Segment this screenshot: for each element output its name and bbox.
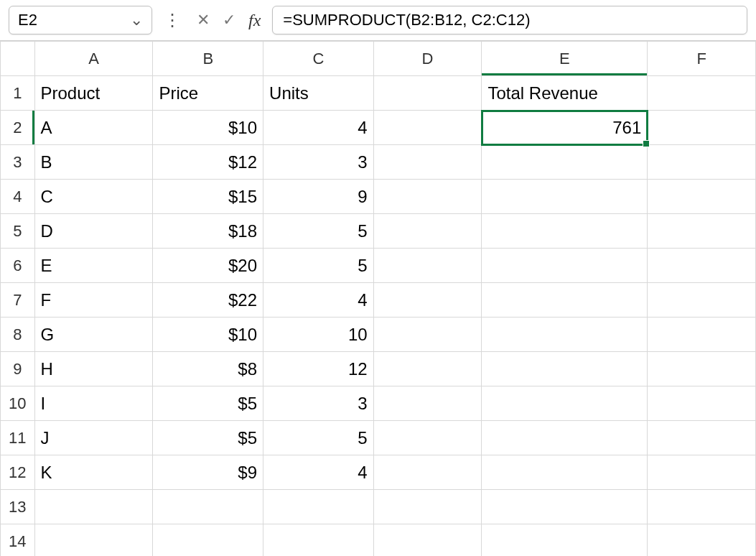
cell-F9[interactable]	[648, 352, 756, 386]
cell-A9[interactable]: H	[34, 352, 153, 386]
spreadsheet-grid[interactable]: A B C D E F 1ProductPriceUnitsTotal Reve…	[0, 41, 756, 556]
cell-D11[interactable]	[373, 421, 482, 455]
cell-B14[interactable]	[153, 524, 263, 557]
row-header-8[interactable]: 8	[1, 318, 35, 352]
cell-D13[interactable]	[373, 490, 482, 524]
cell-F4[interactable]	[648, 180, 756, 214]
cell-B12[interactable]: $9	[153, 455, 263, 490]
col-header-A[interactable]: A	[34, 42, 153, 76]
cell-F14[interactable]	[648, 524, 756, 557]
cell-C10[interactable]: 3	[263, 386, 374, 421]
cell-B9[interactable]: $8	[153, 352, 263, 386]
cell-B10[interactable]: $5	[153, 386, 263, 421]
cell-F12[interactable]	[648, 455, 756, 490]
cell-C2[interactable]: 4	[263, 111, 374, 145]
cell-A11[interactable]: J	[34, 421, 153, 455]
cell-C13[interactable]	[263, 490, 374, 524]
row-header-10[interactable]: 10	[1, 386, 35, 421]
cell-B2[interactable]: $10	[153, 111, 263, 145]
cell-F7[interactable]	[648, 283, 756, 318]
name-box[interactable]: E2 ⌄	[9, 6, 152, 34]
cell-A6[interactable]: E	[34, 249, 153, 283]
confirm-formula-icon[interactable]: ✓	[223, 11, 235, 29]
cell-E9[interactable]	[482, 352, 648, 386]
cell-F2[interactable]	[648, 111, 756, 145]
cell-B13[interactable]	[153, 490, 263, 524]
cell-A8[interactable]: G	[34, 318, 153, 352]
cell-C6[interactable]: 5	[263, 249, 374, 283]
cell-F6[interactable]	[648, 249, 756, 283]
cell-C12[interactable]: 4	[263, 455, 374, 490]
cell-E13[interactable]	[482, 490, 648, 524]
row-header-11[interactable]: 11	[1, 421, 35, 455]
cell-E11[interactable]	[482, 421, 648, 455]
cell-D14[interactable]	[373, 524, 482, 557]
cell-E14[interactable]	[482, 524, 648, 557]
more-icon[interactable]: ⋮	[159, 10, 185, 30]
cell-A12[interactable]: K	[34, 455, 153, 490]
chevron-down-icon[interactable]: ⌄	[130, 11, 143, 29]
cell-A1[interactable]: Product	[34, 76, 153, 111]
cell-D2[interactable]	[373, 111, 482, 145]
cell-E3[interactable]	[482, 145, 648, 180]
formula-input[interactable]: =SUMPRODUCT(B2:B12, C2:C12)	[272, 6, 747, 34]
cell-D10[interactable]	[373, 386, 482, 421]
row-header-2[interactable]: 2	[1, 111, 35, 145]
cell-A10[interactable]: I	[34, 386, 153, 421]
cell-E12[interactable]	[482, 455, 648, 490]
cell-D9[interactable]	[373, 352, 482, 386]
cell-A2[interactable]: A	[34, 111, 153, 145]
cell-C9[interactable]: 12	[263, 352, 374, 386]
cell-B1[interactable]: Price	[153, 76, 263, 111]
fx-icon[interactable]: fx	[248, 11, 261, 30]
cell-D8[interactable]	[373, 318, 482, 352]
row-header-5[interactable]: 5	[1, 214, 35, 249]
cell-E6[interactable]	[482, 249, 648, 283]
row-header-9[interactable]: 9	[1, 352, 35, 386]
cell-F11[interactable]	[648, 421, 756, 455]
cell-C5[interactable]: 5	[263, 214, 374, 249]
row-header-12[interactable]: 12	[1, 455, 35, 490]
cell-D7[interactable]	[373, 283, 482, 318]
cell-B7[interactable]: $22	[153, 283, 263, 318]
col-header-B[interactable]: B	[153, 42, 263, 76]
cell-B3[interactable]: $12	[153, 145, 263, 180]
row-header-6[interactable]: 6	[1, 249, 35, 283]
row-header-4[interactable]: 4	[1, 180, 35, 214]
select-all-corner[interactable]	[1, 42, 35, 76]
cell-B8[interactable]: $10	[153, 318, 263, 352]
col-header-F[interactable]: F	[648, 42, 756, 76]
cell-E7[interactable]	[482, 283, 648, 318]
cell-D3[interactable]	[373, 145, 482, 180]
cell-B11[interactable]: $5	[153, 421, 263, 455]
cell-B5[interactable]: $18	[153, 214, 263, 249]
row-header-1[interactable]: 1	[1, 76, 35, 111]
row-header-13[interactable]: 13	[1, 490, 35, 524]
row-header-14[interactable]: 14	[1, 524, 35, 557]
cell-B4[interactable]: $15	[153, 180, 263, 214]
cell-C1[interactable]: Units	[263, 76, 374, 111]
cell-A7[interactable]: F	[34, 283, 153, 318]
cell-C8[interactable]: 10	[263, 318, 374, 352]
cell-F3[interactable]	[648, 145, 756, 180]
cell-E5[interactable]	[482, 214, 648, 249]
cell-D1[interactable]	[373, 76, 482, 111]
col-header-C[interactable]: C	[263, 42, 374, 76]
cell-E10[interactable]	[482, 386, 648, 421]
cell-D5[interactable]	[373, 214, 482, 249]
cell-F8[interactable]	[648, 318, 756, 352]
cell-D6[interactable]	[373, 249, 482, 283]
cell-C4[interactable]: 9	[263, 180, 374, 214]
cell-A4[interactable]: C	[34, 180, 153, 214]
col-header-D[interactable]: D	[373, 42, 482, 76]
cell-D12[interactable]	[373, 455, 482, 490]
cell-D4[interactable]	[373, 180, 482, 214]
row-header-3[interactable]: 3	[1, 145, 35, 180]
cell-A5[interactable]: D	[34, 214, 153, 249]
cell-A13[interactable]	[34, 490, 153, 524]
cell-A14[interactable]	[34, 524, 153, 557]
cell-C11[interactable]: 5	[263, 421, 374, 455]
cell-E1[interactable]: Total Revenue	[482, 76, 648, 111]
cell-F1[interactable]	[648, 76, 756, 111]
col-header-E[interactable]: E	[482, 42, 648, 76]
